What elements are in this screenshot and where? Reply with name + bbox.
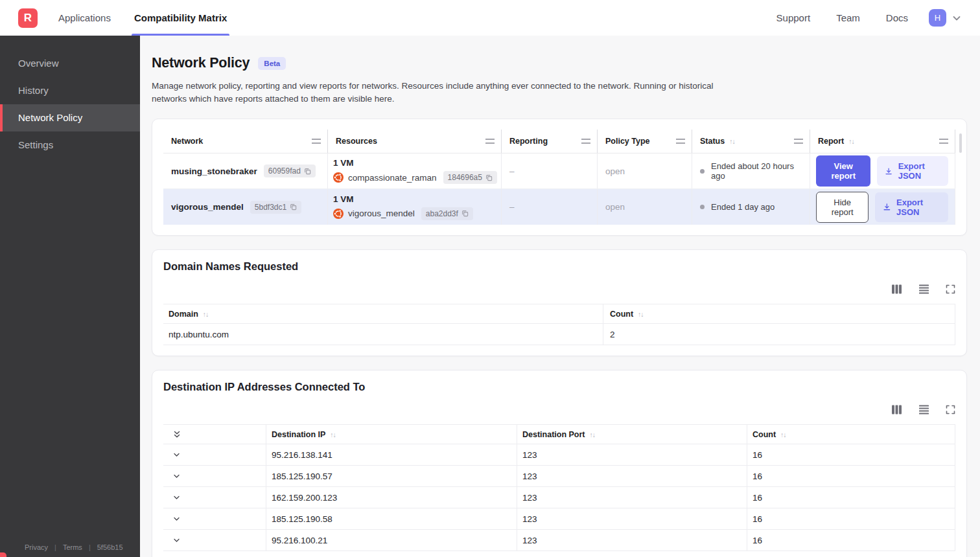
status-cell: Ended 1 day ago [692,189,810,225]
table-row[interactable]: 95.216.100.21 123 16 [163,530,955,551]
chevron-down-icon[interactable] [951,13,962,23]
policy-type-cell: open [598,189,692,225]
count-cell: 16 [747,508,955,529]
reporting-value: – [509,166,515,176]
column-drag-handle-icon[interactable] [794,139,803,144]
ubuntu-icon [333,172,344,183]
col-label: Policy Type [605,137,650,146]
avatar[interactable]: H [929,9,946,27]
expand-row-button[interactable] [163,487,266,508]
card-title: Destination IP Addresses Connected To [163,381,955,393]
link-support[interactable]: Support [776,12,811,23]
table-row[interactable]: 185.125.190.57 123 16 [163,466,955,487]
ip-cell: 95.216.138.141 [266,444,517,465]
rows-icon[interactable] [918,284,929,294]
ip-cell: 95.216.100.21 [266,530,517,551]
reporting-cell: – [502,153,598,188]
table-row[interactable]: ntp.ubuntu.com 2 [163,324,955,345]
tab-applications[interactable]: Applications [58,0,111,36]
resources-cell: 1 VM vigorous_mendel aba2dd3f [328,189,502,225]
app-logo[interactable]: R [18,8,38,28]
col-label: Report [818,137,844,146]
link-team[interactable]: Team [836,12,860,23]
sort-icon[interactable]: ↑↓ [729,137,735,145]
table-row[interactable]: 185.125.190.58 123 16 [163,508,955,530]
copy-icon[interactable] [304,168,311,175]
sort-icon[interactable]: ↑↓ [780,431,786,438]
footer-divider: | [89,543,91,551]
expand-row-button[interactable] [163,530,266,551]
chevron-down-icon [172,536,181,545]
network-name: vigorous_mendel [171,202,244,212]
columns-icon[interactable] [891,405,902,415]
privacy-link[interactable]: Privacy [25,543,48,551]
table-scrollbar[interactable] [959,133,962,153]
sort-icon[interactable]: ↑↓ [203,310,209,318]
port-cell: 123 [517,487,747,508]
sort-icon[interactable]: ↑↓ [330,431,336,438]
col-header-resources: Resources [328,130,502,153]
chevron-down-icon [172,451,181,459]
copy-icon[interactable] [461,210,469,217]
column-drag-handle-icon[interactable] [485,139,495,144]
expand-all-button[interactable] [163,425,266,444]
network-cell: vigorous_mendel 5bdf3dc1 [163,189,328,225]
link-docs[interactable]: Docs [886,12,908,23]
terms-link[interactable]: Terms [63,543,82,551]
count-value: 16 [752,514,762,524]
col-header-policy-type: Policy Type [598,130,692,153]
sidebar-item-overview[interactable]: Overview [0,50,140,77]
port-cell: 123 [517,444,747,465]
sidebar-footer: Privacy | Terms | 5f56b15 [25,543,123,551]
column-drag-handle-icon[interactable] [312,139,321,144]
resource-name: compassionate_raman [348,173,437,183]
resource-name: vigorous_mendel [348,209,415,218]
sort-icon[interactable]: ↑↓ [848,137,854,145]
ip-value: 185.125.190.58 [272,514,332,524]
col-label: Count [752,430,776,439]
sort-icon[interactable]: ↑↓ [638,310,644,318]
fullscreen-icon[interactable] [946,405,955,415]
expand-row-button[interactable] [163,508,266,529]
expand-row-button[interactable] [163,466,266,486]
build-version: 5f56b15 [97,543,123,551]
export-label: Export JSON [896,198,940,217]
columns-icon[interactable] [891,284,902,294]
table-row[interactable]: vigorous_mendel 5bdf3dc1 1 VM vigorous_m… [163,189,955,225]
rows-icon[interactable] [918,405,929,415]
destinations-table-header: Destination IP ↑↓ Destination Port ↑↓ Co… [163,424,955,444]
column-drag-handle-icon[interactable] [676,139,685,144]
column-drag-handle-icon[interactable] [939,139,948,144]
table-row[interactable]: 95.216.138.141 123 16 [163,444,955,466]
expand-row-button[interactable] [163,444,266,465]
sidebar-item-history[interactable]: History [0,77,140,104]
col-label: Network [171,137,203,146]
export-json-button[interactable]: Export JSON [875,192,948,222]
reporting-cell: – [502,189,598,225]
export-label: Export JSON [898,161,940,181]
port-value: 123 [522,472,537,481]
sidebar-item-network-policy[interactable]: Network Policy [0,104,140,131]
column-drag-handle-icon[interactable] [581,139,590,144]
copy-icon[interactable] [290,203,297,210]
policy-type-cell: open [598,153,692,188]
chevron-down-icon [172,472,181,481]
view-report-button[interactable]: View report [816,155,870,187]
download-icon [885,166,892,176]
col-header-report: Report ↑↓ [810,130,955,153]
tab-compatibility-matrix[interactable]: Compatibility Matrix [134,0,227,36]
count-value: 16 [752,450,762,460]
port-value: 123 [522,493,537,503]
export-json-button[interactable]: Export JSON [877,156,948,186]
table-row[interactable]: 162.159.200.123 123 16 [163,487,955,508]
hide-report-button[interactable]: Hide report [816,192,869,223]
sidebar-item-settings[interactable]: Settings [0,131,140,159]
fullscreen-icon[interactable] [946,284,955,294]
col-header-destination-port: Destination Port ↑↓ [517,425,747,444]
copy-icon[interactable] [485,174,493,181]
resource-hash-badge: aba2dd3f [421,207,473,220]
report-cell: View report Export JSON [810,153,955,188]
table-row[interactable]: musing_stonebraker 60959fad 1 VM compass… [163,153,955,189]
sort-icon[interactable]: ↑↓ [590,431,596,438]
domain-cell: ntp.ubuntu.com [163,324,603,345]
